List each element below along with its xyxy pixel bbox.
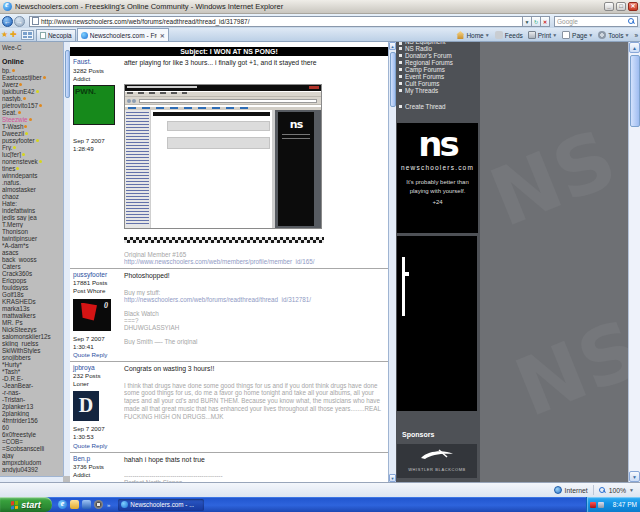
zoom-control[interactable]: 100% ▼	[599, 487, 634, 494]
forum-menu-item[interactable]: Regional Forums	[399, 59, 479, 66]
online-user[interactable]: nonenstevek	[2, 158, 70, 165]
tab-necopia[interactable]: Necopia	[36, 29, 76, 41]
pong-paddle[interactable]	[402, 257, 405, 316]
online-user[interactable]: salomonskiier12s	[2, 333, 70, 340]
online-user[interactable]: T.Merry	[2, 221, 70, 228]
online-user[interactable]: ampxcbludom	[2, 459, 70, 466]
online-user[interactable]: andyju04392	[2, 466, 70, 473]
online-user[interactable]: Crack360s	[2, 270, 70, 277]
tray-icon[interactable]	[590, 502, 596, 508]
online-user[interactable]: Ericpops	[2, 277, 70, 284]
online-user[interactable]: pietrovito157	[2, 102, 70, 109]
add-favorite-icon[interactable]: ✚	[10, 29, 17, 41]
online-user[interactable]: -r-nas-	[2, 389, 70, 396]
close-button[interactable]: ✕	[628, 2, 638, 11]
address-dropdown-button[interactable]: ▼	[523, 16, 532, 27]
quicklaunch-overflow-icon[interactable]: »	[107, 502, 110, 508]
online-user[interactable]: *Tash*	[2, 368, 70, 375]
online-user[interactable]: bp.	[2, 67, 70, 74]
toolbar-overflow-button[interactable]: »	[634, 32, 638, 39]
create-thread-link[interactable]: Create Thread	[399, 103, 479, 110]
online-user[interactable]: Eastcoastjiber	[2, 74, 70, 81]
online-user[interactable]: indefattwins	[2, 207, 70, 214]
quicklaunch-mail-icon[interactable]	[70, 500, 79, 509]
online-user[interactable]: .nafus.	[2, 179, 70, 186]
online-user[interactable]: ijakibunE42	[2, 88, 70, 95]
online-user[interactable]: marka13s	[2, 305, 70, 312]
online-user[interactable]: Steezwie	[2, 116, 70, 123]
tools-button[interactable]: Tools▼	[598, 31, 629, 39]
online-user[interactable]: almostasker	[2, 186, 70, 193]
online-user[interactable]: ajay	[2, 452, 70, 459]
thread-frame-scrollbar[interactable]: ▲ ▼	[388, 42, 396, 482]
online-user[interactable]: skiing_ruelss	[2, 340, 70, 347]
online-user[interactable]: Jwerz	[2, 81, 70, 88]
online-user[interactable]: nastyb.	[2, 95, 70, 102]
online-user[interactable]: Dweezil	[2, 130, 70, 137]
post-author-link[interactable]: Ben.p	[73, 455, 122, 464]
forward-button[interactable]: →	[14, 16, 25, 27]
online-user[interactable]: pussyfooter	[2, 137, 70, 144]
tray-icon[interactable]	[598, 502, 604, 508]
avatar-detroit-d[interactable]: D	[73, 391, 99, 421]
maximize-button[interactable]: □	[616, 2, 626, 11]
online-user[interactable]: chaoz	[2, 193, 70, 200]
scroll-up-icon[interactable]: ▲	[389, 42, 396, 50]
online-user[interactable]: Seat.	[2, 109, 70, 116]
favorites-star-icon[interactable]: ★	[1, 29, 8, 41]
back-button[interactable]: ←	[2, 16, 13, 27]
post-author-link[interactable]: jpbroya	[73, 364, 122, 373]
online-user[interactable]: *A-dam*s	[2, 242, 70, 249]
quote-reply-links[interactable]: Quote Reply	[73, 351, 122, 359]
online-user[interactable]: Hate:	[2, 200, 70, 207]
avatar[interactable]: PWN.	[73, 85, 115, 125]
tab-close-icon[interactable]: ✕	[160, 32, 165, 39]
home-button[interactable]: Home▼	[456, 31, 489, 39]
start-button[interactable]: start	[0, 497, 52, 512]
online-user[interactable]: SkiWithStyles	[2, 347, 70, 354]
window-scrollbar[interactable]: ▲ ▼	[628, 42, 640, 482]
page-button[interactable]: Page▼	[562, 31, 593, 39]
online-user[interactable]: snojibbers	[2, 354, 70, 361]
online-user[interactable]: -Tristan-	[2, 396, 70, 403]
online-user[interactable]: Golf18s	[2, 291, 70, 298]
online-user[interactable]: Fry.	[2, 144, 70, 151]
address-field[interactable]: http://www.newschoolers.com/web/forums/r…	[29, 16, 523, 27]
online-user[interactable]: winndepants	[2, 172, 70, 179]
quick-tabs-button[interactable]	[21, 30, 34, 40]
sponsor-whistler-blackcomb[interactable]: WHISTLER BLACKCOMB	[397, 444, 477, 478]
minimize-button[interactable]: _	[604, 2, 614, 11]
online-user[interactable]: twintipinsuer	[2, 235, 70, 242]
online-user[interactable]: fouldsyss	[2, 284, 70, 291]
online-user[interactable]: NickSteezys	[2, 326, 70, 333]
left-frame-scrollbar[interactable]	[63, 42, 70, 476]
search-icon[interactable]	[628, 18, 635, 25]
newschoolers-ad[interactable]: ns newschoolers.com It's probably better…	[397, 123, 478, 233]
ns-pong-game[interactable]	[397, 236, 477, 411]
online-user[interactable]: =COB=	[2, 438, 70, 445]
forum-menu-item[interactable]: Donator's Forum	[399, 52, 479, 59]
tab-newschoolers[interactable]: Newschoolers.com - Free... ✕	[77, 28, 169, 41]
scroll-thumb[interactable]	[390, 52, 396, 107]
online-user[interactable]: Caters	[2, 263, 70, 270]
online-user[interactable]: Thonison	[2, 228, 70, 235]
feeds-button[interactable]: Feeds	[495, 31, 523, 39]
scroll-up-icon[interactable]: ▲	[629, 42, 640, 53]
online-user[interactable]: tines	[2, 165, 70, 172]
online-user[interactable]: asacs	[2, 249, 70, 256]
post-author-link[interactable]: Faust.	[73, 58, 122, 67]
quicklaunch-ie-icon[interactable]: e	[58, 500, 67, 509]
quicklaunch-app-icon[interactable]	[82, 500, 91, 509]
online-user[interactable]: Wee-C	[2, 44, 70, 51]
scroll-thumb[interactable]	[630, 55, 640, 127]
forum-menu-item[interactable]: Cult Forums	[399, 80, 479, 87]
online-user[interactable]: -JeanBear-	[2, 382, 70, 389]
forum-menu-item[interactable]: Event Forums	[399, 73, 479, 80]
avatar[interactable]: 0	[73, 299, 111, 331]
online-user[interactable]: back_wooss	[2, 256, 70, 263]
taskbar-task-button[interactable]: Newschoolers.com - ...	[118, 499, 204, 511]
embedded-screenshot-ns-pong[interactable]: ns	[124, 84, 322, 229]
online-user[interactable]: *Hurty*	[2, 361, 70, 368]
online-user[interactable]: T-Wash	[2, 123, 70, 130]
online-user[interactable]: jedis say jea	[2, 214, 70, 221]
